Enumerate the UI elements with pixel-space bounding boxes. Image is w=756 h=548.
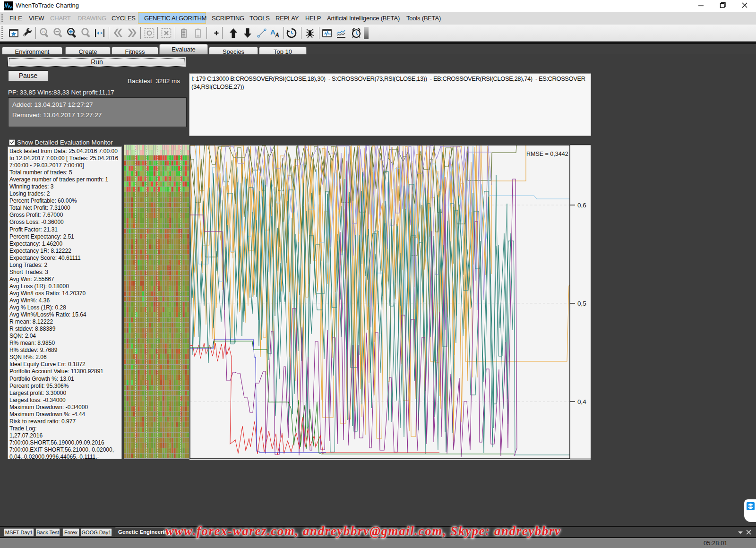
- svg-text:RMSE = 0,3442: RMSE = 0,3442: [526, 151, 568, 157]
- svg-text:A: A: [275, 32, 279, 39]
- svg-text:1:1: 1:1: [41, 30, 45, 34]
- svg-text:0,5: 0,5: [577, 300, 586, 307]
- svg-text:0,4: 0,4: [577, 398, 586, 405]
- svg-text:0,6: 0,6: [577, 202, 586, 209]
